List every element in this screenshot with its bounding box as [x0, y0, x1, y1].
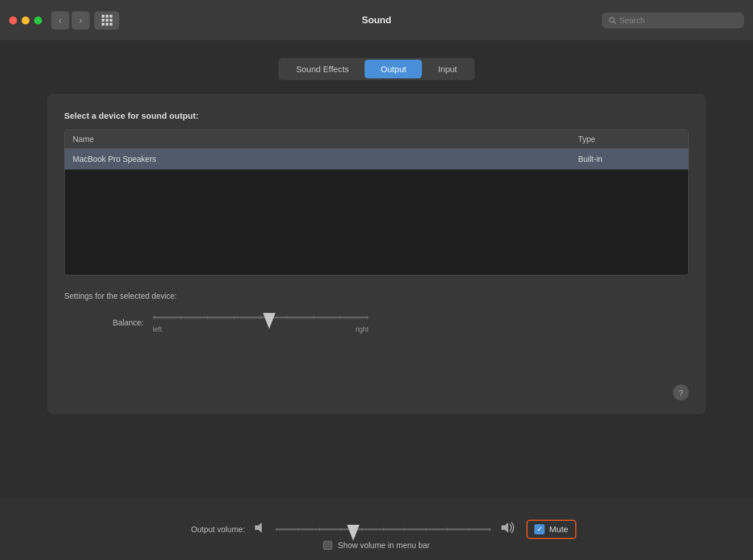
- search-icon: [609, 16, 616, 24]
- volume-high-icon: [500, 521, 517, 537]
- table-header: Name Type: [65, 130, 688, 149]
- device-section-title: Select a device for sound output:: [64, 111, 689, 120]
- svg-marker-5: [501, 523, 508, 533]
- checkmark-icon: ✓: [537, 525, 543, 533]
- column-header-type: Type: [578, 135, 680, 144]
- column-header-name: Name: [73, 135, 578, 144]
- minimize-button[interactable]: [22, 16, 30, 24]
- show-volume-checkbox[interactable]: [323, 541, 332, 550]
- balance-slider-container: left right: [153, 312, 369, 333]
- output-volume-slider[interactable]: [275, 524, 491, 535]
- volume-low-icon: [254, 521, 266, 537]
- bottom-bar: Output volume:: [0, 498, 753, 560]
- svg-marker-4: [347, 525, 359, 541]
- balance-left-label: left: [153, 325, 162, 333]
- balance-right-label: right: [355, 325, 369, 333]
- tab-output[interactable]: Output: [365, 60, 422, 78]
- main-content: Sound Effects Output Input Select a devi…: [0, 41, 753, 560]
- tab-input[interactable]: Input: [422, 60, 472, 78]
- balance-section: Balance:: [64, 312, 689, 333]
- tab-sound-effects[interactable]: Sound Effects: [280, 60, 365, 78]
- search-input[interactable]: [620, 16, 737, 25]
- settings-panel: Select a device for sound output: Name T…: [47, 94, 706, 414]
- show-volume-label: Show volume in menu bar: [338, 541, 430, 550]
- forward-button[interactable]: ›: [72, 11, 90, 30]
- mute-control[interactable]: ✓ Mute: [526, 520, 576, 539]
- question-mark-icon: ?: [679, 388, 683, 398]
- nav-buttons: ‹ ›: [51, 11, 119, 30]
- grid-view-button[interactable]: [94, 11, 119, 30]
- grid-icon: [102, 15, 112, 26]
- close-button[interactable]: [9, 16, 17, 24]
- svg-line-1: [614, 22, 616, 23]
- search-bar: [602, 12, 744, 28]
- mute-checkbox[interactable]: ✓: [534, 524, 545, 534]
- chevron-right-icon: ›: [79, 15, 82, 26]
- svg-marker-2: [263, 313, 275, 329]
- settings-section-title: Settings for the selected device:: [64, 291, 689, 300]
- window-title: Sound: [362, 15, 391, 26]
- show-volume-row: Show volume in menu bar: [323, 541, 430, 550]
- device-name-cell: MacBook Pro Speakers: [73, 154, 578, 164]
- balance-label: Balance:: [98, 318, 144, 327]
- device-type-cell: Built-in: [578, 154, 680, 164]
- titlebar: ‹ › Sound: [0, 0, 753, 41]
- svg-marker-3: [255, 523, 262, 533]
- volume-thumb-icon[interactable]: [347, 525, 359, 541]
- help-button[interactable]: ?: [673, 385, 689, 400]
- tabs-container: Sound Effects Output Input: [278, 58, 475, 80]
- back-button[interactable]: ‹: [51, 11, 69, 30]
- output-volume-label: Output volume:: [177, 525, 245, 534]
- table-row[interactable]: MacBook Pro Speakers Built-in: [65, 149, 688, 170]
- chevron-left-icon: ‹: [58, 15, 61, 26]
- traffic-lights: [9, 16, 42, 24]
- table-empty-area: [65, 170, 688, 275]
- mute-label: Mute: [549, 524, 568, 534]
- balance-thumb-icon[interactable]: [263, 313, 275, 329]
- maximize-button[interactable]: [34, 16, 42, 24]
- device-table: Name Type MacBook Pro Speakers Built-in: [64, 129, 689, 275]
